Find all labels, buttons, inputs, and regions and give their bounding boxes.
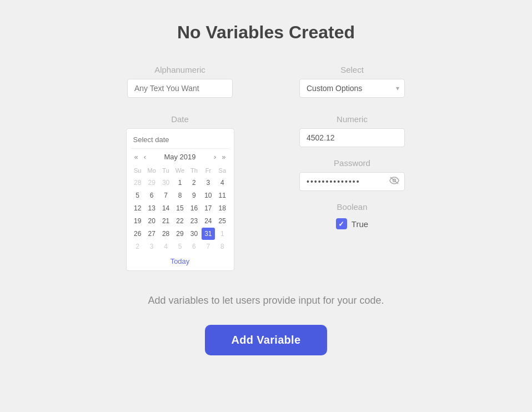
- cal-day-cell[interactable]: 5: [173, 240, 187, 253]
- boolean-row: ✓ True: [336, 218, 368, 229]
- cal-day-cell[interactable]: 9: [187, 189, 200, 202]
- cal-day-header: Tu: [159, 165, 172, 176]
- alphanumeric-field: Alphanumeric: [111, 65, 249, 98]
- cal-prev-arrows: « ‹: [132, 152, 149, 162]
- cal-day-cell[interactable]: 17: [202, 202, 215, 214]
- select-field: Select Custom Options Option 1 Option 2 …: [283, 65, 421, 98]
- cal-day-header: We: [173, 165, 187, 176]
- cal-day-cell[interactable]: 29: [173, 228, 187, 240]
- cal-day-cell[interactable]: 20: [145, 215, 158, 227]
- cal-day-cell[interactable]: 1: [215, 228, 229, 240]
- cal-day-cell[interactable]: 28: [131, 177, 144, 189]
- cal-day-cell[interactable]: 28: [159, 228, 172, 240]
- eye-icon[interactable]: [389, 177, 399, 187]
- page-title: No Variables Created: [177, 22, 355, 43]
- cal-day-header: Sa: [215, 165, 229, 176]
- cal-next-year-button[interactable]: »: [219, 152, 228, 162]
- checkmark-icon: ✓: [338, 220, 344, 228]
- cal-day-cell[interactable]: 23: [187, 215, 200, 227]
- cal-day-cell[interactable]: 10: [202, 189, 215, 202]
- alphanumeric-label: Alphanumeric: [154, 65, 205, 74]
- cal-day-cell[interactable]: 30: [187, 228, 200, 240]
- select-wrapper: Custom Options Option 1 Option 2 ▾: [299, 79, 405, 98]
- cal-day-cell[interactable]: 30: [159, 177, 172, 189]
- calendar-footer: Today: [131, 256, 229, 266]
- boolean-label: Boolean: [337, 202, 367, 212]
- cal-day-cell[interactable]: 7: [202, 240, 215, 253]
- cal-day-cell[interactable]: 3: [202, 177, 215, 189]
- cal-day-cell[interactable]: 29: [145, 177, 158, 189]
- boolean-field: Boolean ✓ True: [336, 202, 368, 229]
- alphanumeric-input[interactable]: [127, 79, 233, 98]
- cal-day-cell[interactable]: 25: [215, 215, 229, 227]
- cal-day-cell[interactable]: 19: [131, 215, 144, 227]
- boolean-checkbox[interactable]: ✓: [336, 218, 347, 229]
- cal-today-button[interactable]: Today: [170, 257, 190, 265]
- cal-day-cell[interactable]: 16: [187, 202, 200, 214]
- select-input[interactable]: Custom Options Option 1 Option 2: [299, 79, 405, 98]
- cal-day-header: Mo: [145, 165, 158, 176]
- select-label: Select: [340, 65, 364, 74]
- cal-day-header: Fr: [202, 165, 215, 176]
- password-label: Password: [334, 158, 370, 168]
- cal-day-cell[interactable]: 27: [145, 228, 158, 240]
- cal-day-cell[interactable]: 14: [159, 202, 172, 214]
- cal-day-cell[interactable]: 2: [187, 177, 200, 189]
- cal-day-cell[interactable]: 4: [215, 177, 229, 189]
- description-text: Add variables to let users provide input…: [148, 293, 384, 308]
- cal-day-cell[interactable]: 6: [145, 189, 158, 202]
- cal-day-cell[interactable]: 18: [215, 202, 229, 214]
- cal-next-arrows: › »: [212, 152, 228, 162]
- calendar: « ‹ May 2019 › » SuMoTuWeThFrSa282930123…: [126, 128, 234, 271]
- calendar-nav: « ‹ May 2019 › »: [131, 152, 229, 162]
- cal-day-cell[interactable]: 26: [131, 228, 144, 240]
- cal-day-cell[interactable]: 15: [173, 202, 187, 214]
- cal-day-cell[interactable]: 6: [187, 240, 200, 253]
- cal-day-cell[interactable]: 13: [145, 202, 158, 214]
- cal-prev-year-button[interactable]: «: [132, 152, 140, 162]
- date-field: Date « ‹ May 2019 › » SuMoTuWeThFrSa2829…: [111, 114, 249, 271]
- cal-day-cell[interactable]: 7: [159, 189, 172, 202]
- cal-day-cell[interactable]: 24: [202, 215, 215, 227]
- cal-day-cell[interactable]: 5: [131, 189, 144, 202]
- cal-day-cell[interactable]: 22: [173, 215, 187, 227]
- cal-day-cell[interactable]: 11: [215, 189, 229, 202]
- date-input[interactable]: [131, 133, 229, 149]
- cal-day-cell[interactable]: 1: [173, 177, 187, 189]
- cal-day-cell[interactable]: 12: [131, 202, 144, 214]
- cal-day-header: Th: [187, 165, 200, 176]
- date-label: Date: [171, 114, 189, 124]
- cal-day-cell[interactable]: 8: [173, 189, 187, 202]
- cal-day-cell[interactable]: 21: [159, 215, 172, 227]
- cal-prev-month-button[interactable]: ‹: [142, 152, 148, 162]
- cal-next-month-button[interactable]: ›: [212, 152, 218, 162]
- password-wrapper: [299, 172, 405, 191]
- boolean-true-label: True: [352, 219, 368, 229]
- right-column: Numeric Password Boolean: [283, 114, 421, 271]
- cal-day-cell[interactable]: 4: [159, 240, 172, 253]
- password-field: Password: [299, 158, 405, 191]
- cal-day-cell[interactable]: 3: [145, 240, 158, 253]
- cal-month-label: May 2019: [164, 153, 195, 161]
- numeric-label: Numeric: [337, 114, 368, 124]
- calendar-grid: SuMoTuWeThFrSa28293012345678910111213141…: [131, 165, 229, 253]
- add-variable-button[interactable]: Add Variable: [205, 325, 328, 355]
- cal-day-cell[interactable]: 31: [202, 228, 215, 240]
- cal-day-cell[interactable]: 2: [131, 240, 144, 253]
- cal-day-header: Su: [131, 165, 144, 176]
- numeric-field: Numeric: [299, 114, 405, 147]
- form-grid: Alphanumeric Select Custom Options Optio…: [111, 65, 421, 271]
- cal-day-cell[interactable]: 8: [215, 240, 229, 253]
- numeric-input[interactable]: [299, 128, 405, 147]
